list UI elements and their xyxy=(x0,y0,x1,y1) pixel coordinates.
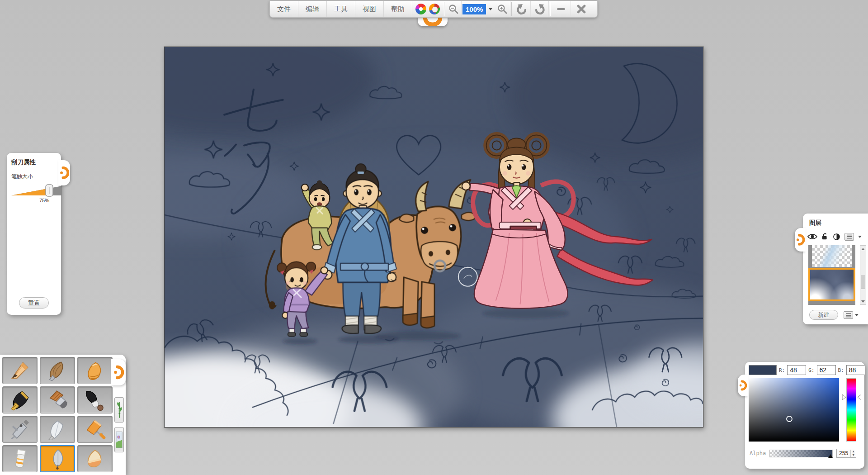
tool-paint-jar[interactable] xyxy=(2,445,38,472)
undo-icon xyxy=(516,3,528,15)
sv-cursor[interactable] xyxy=(786,416,793,422)
handle-grip-icon xyxy=(796,233,805,247)
toolbar-separator xyxy=(444,2,444,16)
tool-paint-roller[interactable] xyxy=(77,416,113,443)
tool-airbrush[interactable] xyxy=(2,416,38,443)
wood-pen-icon xyxy=(45,360,70,381)
ink-brush-icon xyxy=(83,389,107,411)
spin-down-icon[interactable]: ▼ xyxy=(851,453,856,457)
list-lines-icon xyxy=(845,313,851,318)
scrollbar-thumb[interactable] xyxy=(861,276,865,289)
blue-input[interactable] xyxy=(846,365,865,375)
saturation-value-square[interactable] xyxy=(749,378,839,442)
tool-grid xyxy=(2,357,113,472)
close-icon xyxy=(577,5,586,14)
alpha-label: Alpha xyxy=(750,450,766,456)
qixi-painting: S S S xyxy=(165,47,703,427)
brush-size-slider[interactable]: 75% xyxy=(11,184,57,204)
handle-grip-icon xyxy=(59,165,69,180)
alpha-spinner[interactable]: 255 ▲ ▼ xyxy=(836,449,856,458)
app-logo-icon xyxy=(412,1,443,17)
decor-brushes-button[interactable] xyxy=(114,397,124,423)
layer-item-clouds[interactable] xyxy=(808,245,855,267)
alpha-marker[interactable] xyxy=(828,454,833,458)
green-input[interactable] xyxy=(817,365,836,375)
alpha-slider[interactable] xyxy=(769,450,833,457)
tool-scraper-selected[interactable] xyxy=(40,445,75,472)
panel-collapse-handle[interactable] xyxy=(738,375,748,396)
chevron-down-icon xyxy=(489,8,492,10)
layer-scrollbar[interactable] xyxy=(860,245,866,305)
red-label: R: xyxy=(779,367,785,373)
color-picker-panel: R: G: B: Alpha 255 ▲ ▼ xyxy=(745,362,864,469)
panel-collapse-handle[interactable] xyxy=(58,160,70,185)
layer-thumbnail xyxy=(808,268,855,301)
chevron-down-icon[interactable] xyxy=(855,314,859,316)
scraper-icon xyxy=(45,448,70,470)
flat-brush-icon xyxy=(45,389,70,411)
minimize-icon xyxy=(557,8,565,10)
panel-title: 刮刀属性 xyxy=(11,158,57,166)
eraser-icon xyxy=(83,448,107,470)
red-input[interactable] xyxy=(787,365,806,375)
zoom-in-icon xyxy=(497,4,508,14)
menu-edit[interactable]: 编辑 xyxy=(298,1,327,17)
chevron-down-icon[interactable] xyxy=(858,236,862,238)
tool-pastel[interactable] xyxy=(77,357,113,384)
opacity-contrast-icon[interactable] xyxy=(833,233,840,241)
handle-grip-icon xyxy=(113,364,124,381)
lock-icon[interactable] xyxy=(821,233,829,241)
close-button[interactable] xyxy=(571,1,592,17)
chevron-up-icon xyxy=(861,248,865,250)
scroll-down-button[interactable] xyxy=(860,298,866,304)
tool-flat-brush[interactable] xyxy=(40,386,75,413)
logo-rainbow-icon-left xyxy=(415,4,426,14)
redo-button[interactable] xyxy=(531,1,549,17)
hue-marker-right[interactable] xyxy=(857,394,861,400)
list-lines-icon xyxy=(846,234,852,239)
tool-pencil[interactable] xyxy=(2,357,38,384)
zoom-out-button[interactable] xyxy=(445,1,462,17)
layer-item-sky-selected[interactable] xyxy=(808,268,855,301)
menu-view[interactable]: 视图 xyxy=(355,1,384,17)
toolbar-separator xyxy=(550,2,550,16)
paint-roller-icon xyxy=(83,418,107,440)
layer-options-button[interactable] xyxy=(844,311,853,319)
menu-file[interactable]: 文件 xyxy=(270,1,298,17)
spin-up-icon[interactable]: ▲ xyxy=(851,450,856,453)
layer-list xyxy=(808,245,855,305)
zoom-in-button[interactable] xyxy=(494,1,510,17)
panel-collapse-handle[interactable] xyxy=(795,228,806,252)
logo-rainbow-icon-right xyxy=(429,4,440,14)
tool-wood-pen[interactable] xyxy=(40,357,75,384)
drawing-canvas[interactable]: S S S xyxy=(164,47,703,428)
zoom-out-icon xyxy=(448,4,459,14)
scroll-up-button[interactable] xyxy=(860,246,866,252)
stamp-image-button[interactable] xyxy=(114,427,124,452)
hue-marker-left[interactable] xyxy=(842,394,846,400)
airbrush-icon xyxy=(8,418,32,440)
reset-button[interactable]: 重置 xyxy=(19,297,49,309)
blend-mode-list-button[interactable] xyxy=(844,233,854,241)
fountain-pen-icon xyxy=(8,389,32,411)
panel-collapse-handle[interactable] xyxy=(111,359,126,385)
slider-track xyxy=(11,184,62,197)
menu-help[interactable]: 帮助 xyxy=(384,1,412,17)
current-color-swatch xyxy=(749,365,777,375)
toolbar-separator xyxy=(511,2,512,16)
top-toolbar: 文件 编辑 工具 视图 帮助 100% xyxy=(269,1,598,18)
brush-size-value: 75% xyxy=(39,198,49,203)
tool-ink-brush[interactable] xyxy=(77,386,113,413)
tool-eraser[interactable] xyxy=(77,445,113,472)
visibility-eye-icon[interactable] xyxy=(807,233,817,240)
minimize-button[interactable] xyxy=(551,1,571,17)
undo-button[interactable] xyxy=(513,1,531,17)
new-layer-button[interactable]: 新建 xyxy=(809,310,838,320)
blue-label: B: xyxy=(838,367,844,373)
zoom-level-dropdown[interactable] xyxy=(487,1,494,17)
zoom-level-value[interactable]: 100% xyxy=(462,4,486,14)
tool-palette-knife[interactable] xyxy=(40,416,75,443)
tool-fountain-pen[interactable] xyxy=(2,386,38,413)
menu-tools[interactable]: 工具 xyxy=(327,1,355,17)
hue-slider[interactable] xyxy=(846,378,856,442)
